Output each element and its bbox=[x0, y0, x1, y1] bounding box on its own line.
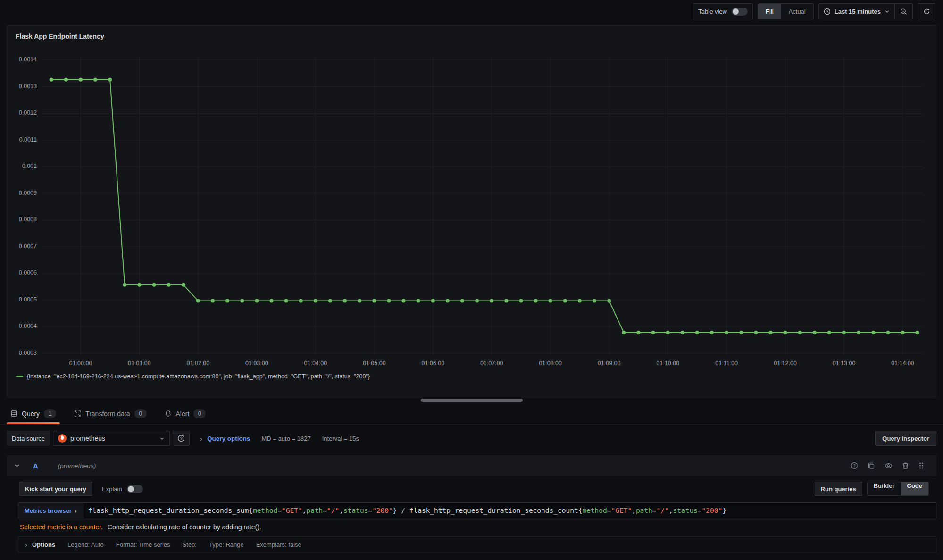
scrollbar-thumb[interactable] bbox=[421, 399, 523, 402]
option-legend: Legend: Auto bbox=[67, 541, 104, 548]
promql-token-metric: flask_http_request_duration_seconds_coun… bbox=[409, 507, 578, 514]
chart-canvas bbox=[13, 46, 930, 357]
data-point bbox=[343, 299, 347, 303]
run-queries-button[interactable]: Run queries bbox=[815, 482, 862, 496]
chevron-right-icon: › bbox=[25, 541, 27, 549]
data-point bbox=[314, 299, 317, 303]
data-point bbox=[739, 331, 743, 334]
option-step: Step: bbox=[183, 541, 197, 548]
data-point bbox=[607, 299, 611, 303]
data-point bbox=[225, 299, 229, 303]
legend-series-swatch bbox=[16, 376, 23, 377]
datasource-help-button[interactable]: ? bbox=[173, 431, 190, 446]
toggle-visibility-button[interactable] bbox=[885, 462, 893, 469]
promql-token-label: method bbox=[582, 507, 607, 514]
data-point bbox=[328, 299, 332, 303]
data-point bbox=[681, 331, 684, 334]
refresh-button[interactable] bbox=[918, 3, 935, 19]
scroll-track bbox=[0, 397, 943, 403]
query-inspector-button[interactable]: Query inspector bbox=[875, 431, 936, 446]
collapse-chevron-icon[interactable] bbox=[14, 463, 20, 468]
drag-handle[interactable] bbox=[918, 462, 924, 469]
data-point bbox=[299, 299, 303, 303]
kick-start-query-button[interactable]: Kick start your query bbox=[19, 482, 92, 496]
fill-button[interactable]: Fill bbox=[758, 4, 781, 19]
query-toolbar-right: Run queries Builder Code bbox=[815, 482, 929, 496]
interval-text: Interval = 15s bbox=[322, 435, 359, 442]
option-type: Type: Range bbox=[209, 541, 244, 548]
data-point bbox=[827, 331, 831, 334]
option-format: Format: Time series bbox=[116, 541, 170, 548]
chevron-right-icon: › bbox=[75, 507, 77, 515]
data-point bbox=[108, 78, 112, 82]
promql-token-punct: , bbox=[339, 507, 343, 514]
time-range-button[interactable]: Last 15 minutes bbox=[819, 8, 894, 15]
datasource-select[interactable]: prometheus bbox=[53, 431, 170, 446]
tab-alert-count: 0 bbox=[193, 409, 206, 418]
delete-query-button[interactable] bbox=[902, 462, 909, 469]
query-a-header[interactable]: A (prometheus) ? bbox=[7, 455, 936, 476]
zoom-out-icon bbox=[900, 8, 907, 15]
add-rate-hint-link[interactable]: Consider calculating rate of counter by … bbox=[108, 523, 261, 531]
data-point bbox=[695, 331, 699, 334]
metrics-browser-button[interactable]: Metrics browser › bbox=[18, 503, 83, 518]
datasource-label: Data source bbox=[7, 431, 50, 446]
code-button[interactable]: Code bbox=[901, 482, 929, 495]
options-expander[interactable]: › Options bbox=[25, 541, 55, 549]
data-point bbox=[490, 299, 493, 303]
time-range-label: Last 15 minutes bbox=[835, 8, 881, 15]
tab-query-label: Query bbox=[22, 410, 40, 418]
query-help-button[interactable]: ? bbox=[851, 462, 858, 469]
data-point bbox=[167, 283, 171, 287]
explain-control: Explain bbox=[102, 485, 143, 493]
legend-series-label[interactable]: {instance="ec2-184-169-216-224.us-west-1… bbox=[27, 373, 370, 380]
warning-text: Selected metric is a counter. bbox=[20, 523, 103, 531]
svg-text:?: ? bbox=[853, 463, 856, 468]
fill-actual-segment: Fill Actual bbox=[758, 3, 814, 19]
table-view-toggle[interactable] bbox=[732, 8, 748, 16]
tab-alert[interactable]: Alert 0 bbox=[161, 403, 210, 424]
promql-token-punct: , bbox=[632, 507, 636, 514]
option-exemplars: Exemplars: false bbox=[256, 541, 301, 548]
data-point bbox=[270, 299, 274, 303]
promql-token-string: "200" bbox=[702, 507, 723, 514]
tab-transform-count: 0 bbox=[134, 409, 147, 418]
builder-button[interactable]: Builder bbox=[868, 482, 901, 495]
promql-token-metric: flask_http_request_duration_seconds_sum bbox=[88, 507, 249, 514]
timeseries-panel: Flask App Endpoint Latency 0.00140.00130… bbox=[7, 25, 936, 397]
data-point bbox=[754, 331, 758, 334]
x-tick-label: 01:09:00 bbox=[598, 360, 621, 367]
x-tick-label: 01:06:00 bbox=[421, 360, 444, 367]
promql-token-punct: = bbox=[368, 507, 372, 514]
query-datasource-hint: (prometheus) bbox=[58, 462, 96, 469]
transform-icon bbox=[74, 410, 81, 417]
data-point bbox=[901, 331, 905, 334]
builder-code-segment: Builder Code bbox=[867, 482, 929, 496]
actual-button[interactable]: Actual bbox=[781, 4, 813, 19]
promql-expression-input[interactable]: flask_http_request_duration_seconds_sum{… bbox=[83, 503, 936, 518]
chevron-down-icon bbox=[159, 436, 165, 441]
data-point bbox=[549, 299, 552, 303]
promql-token-label: method bbox=[253, 507, 277, 514]
data-point bbox=[417, 299, 420, 303]
explain-toggle[interactable] bbox=[127, 485, 143, 493]
panel-title: Flask App Endpoint Latency bbox=[16, 33, 930, 40]
clock-icon bbox=[824, 8, 831, 15]
data-point bbox=[64, 78, 68, 82]
x-tick-label: 01:03:00 bbox=[245, 360, 268, 367]
duplicate-query-button[interactable] bbox=[868, 462, 875, 469]
data-point bbox=[475, 299, 479, 303]
data-point bbox=[255, 299, 259, 303]
query-options-expander[interactable]: › Query options bbox=[200, 435, 250, 443]
tab-alert-label: Alert bbox=[176, 410, 190, 418]
zoom-out-button[interactable] bbox=[894, 4, 912, 19]
data-point bbox=[784, 331, 787, 334]
tab-transform-data[interactable]: Transform data 0 bbox=[70, 403, 150, 424]
data-point bbox=[431, 299, 435, 303]
tab-query[interactable]: Query 1 bbox=[7, 403, 60, 424]
svg-text:?: ? bbox=[180, 436, 183, 441]
data-point bbox=[93, 78, 97, 82]
promql-token-label: path bbox=[636, 507, 652, 514]
x-tick-label: 01:05:00 bbox=[363, 360, 386, 367]
data-point bbox=[137, 283, 141, 287]
